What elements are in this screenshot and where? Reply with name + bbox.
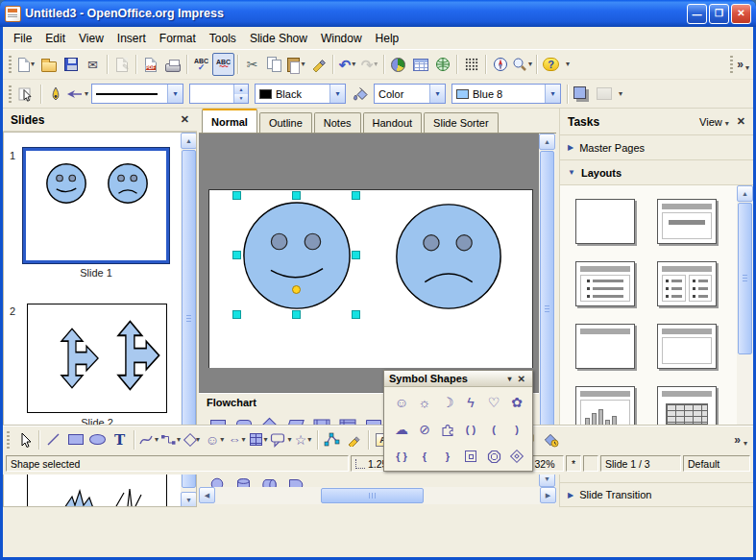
symbol-shapes-titlebar[interactable]: Symbol Shapes ▾ ✕ [384,371,532,387]
undo-button[interactable]: ↶▾ [336,53,358,76]
auto-spellcheck-button[interactable]: ABC~~ [212,53,234,76]
new-document-button[interactable]: ▾ [15,53,37,76]
scroll-up-icon[interactable]: ▲ [737,185,753,202]
scroll-up-icon[interactable]: ▲ [539,134,555,150]
resize-handle[interactable] [352,191,360,200]
layout-title-two-content[interactable] [657,261,717,306]
insert-table-button[interactable] [409,53,431,76]
slides-panel-close-icon[interactable]: ✕ [181,113,189,126]
dropdown-arrow-icon[interactable]: ▾ [745,64,749,72]
redo-button[interactable]: ↷▾ [358,53,380,76]
diamond-bevel-icon[interactable] [510,450,524,463]
layouts-scrollbar[interactable]: ▲ ▼ [737,185,753,458]
combo-arrow-icon[interactable]: ▾ [329,85,345,103]
toolbar-drag-handle[interactable] [8,85,12,104]
dropdown-arrow-icon[interactable]: ▾ [307,436,311,444]
zoom-button[interactable]: ▾ [511,53,533,76]
menu-format[interactable]: Format [153,29,203,48]
dropdown-arrow-icon[interactable]: ▾ [241,436,245,444]
print-button[interactable] [161,53,183,76]
resize-handle[interactable] [292,310,301,319]
dropdown-arrow-icon[interactable]: ▾ [177,436,181,444]
right-bracket-icon[interactable]: ) [515,425,519,435]
tab-notes[interactable]: Notes [314,112,361,133]
stars-button[interactable]: ☆▾ [292,428,314,451]
cloud-icon[interactable]: ☁ [395,423,408,436]
menu-tools[interactable]: Tools [203,29,243,48]
select-button[interactable] [13,428,36,451]
menu-slide-show[interactable]: Slide Show [243,29,314,48]
layout-title-content[interactable] [657,199,717,244]
toolbar-options-icon[interactable]: ▾ [619,90,622,98]
email-document-button[interactable]: ✉ [82,53,104,76]
edit-points-button[interactable] [15,83,37,106]
line-tool-button[interactable] [42,428,64,451]
menu-file[interactable]: File [7,29,38,48]
fill-button[interactable] [349,83,371,106]
window-menu-icon[interactable]: ▾ [504,375,516,383]
connector-tool-button[interactable]: ▾ [159,428,182,451]
tasks-view-menu[interactable]: View ▾ [699,116,729,128]
tab-handout[interactable]: Handout [363,112,423,133]
spellcheck-button[interactable]: ABC✓ [190,53,212,76]
scroll-right-icon[interactable]: ▶ [540,487,556,503]
block-arrows-button[interactable]: ⇔▾ [226,428,248,451]
slide-thumbnail-2[interactable] [27,304,167,413]
scrollbar-thumb[interactable] [738,203,752,354]
toolbar-drag-handle[interactable] [8,55,12,74]
left-brace-icon[interactable]: { [423,451,427,462]
basic-shapes-button[interactable]: ▾ [182,428,204,451]
insert-chart-button[interactable] [387,53,409,76]
help-button[interactable]: ? [540,53,562,76]
tab-normal[interactable]: Normal [202,109,257,133]
section-master-pages[interactable]: ▶ Master Pages [560,135,753,160]
hyperlink-button[interactable] [431,53,453,76]
slide-page[interactable] [208,189,533,368]
layout-title-only[interactable] [575,324,635,369]
resize-handle[interactable] [232,191,241,200]
line-button[interactable] [44,83,66,106]
dropdown-arrow-icon[interactable]: ▾ [263,436,267,444]
copy-button[interactable] [263,53,285,76]
layout-blank[interactable] [575,199,635,244]
menu-view[interactable]: View [72,29,110,48]
right-brace-icon[interactable]: } [446,451,450,462]
smiley-face-icon[interactable]: ☺ [395,396,408,409]
dropdown-arrow-icon[interactable]: ▾ [31,61,35,68]
dropdown-arrow-icon[interactable]: ▾ [220,436,224,444]
double-brace-icon[interactable]: { } [396,451,407,462]
layout-title-chart[interactable] [575,386,635,431]
symbol-shapes-button[interactable]: ☺▾ [204,428,226,451]
resize-handle[interactable] [352,251,360,259]
edit-file-button[interactable]: ✎ [110,53,133,76]
display-grid-button[interactable] [460,53,482,76]
workspace-horizontal-scrollbar[interactable]: ◀ ▶ [199,487,556,504]
menu-help[interactable]: Help [369,29,406,48]
smiley-face-shape[interactable] [241,200,353,311]
dropdown-arrow-icon[interactable]: ▾ [301,61,305,68]
dropdown-arrow-icon[interactable]: ▾ [85,90,88,98]
export-pdf-button[interactable]: PDF [139,53,161,76]
symbol-shapes-close-icon[interactable]: ✕ [516,374,527,384]
heart-icon[interactable]: ♡ [488,396,500,409]
combo-arrow-icon[interactable]: ▾ [545,85,560,103]
toolbar-options-icon[interactable]: ▾ [566,61,570,68]
menu-edit[interactable]: Edit [38,29,72,48]
navigator-button[interactable] [489,53,511,76]
arrow-style-button[interactable]: ▾ [66,83,88,106]
fill-style-combo[interactable]: Color ▾ [374,84,446,104]
slide-thumbnail-1[interactable] [23,148,169,263]
fill-color-combo[interactable]: Blue 8 ▾ [451,84,561,104]
lightning-bolt-icon[interactable]: ϟ [467,396,474,409]
scroll-up-icon[interactable]: ▲ [181,133,197,149]
scrollbar-thumb[interactable] [321,488,424,503]
tab-slide-sorter[interactable]: Slide Sorter [424,112,498,133]
scroll-left-icon[interactable]: ◀ [199,487,215,503]
menu-window[interactable]: Window [314,29,369,48]
glue-points-button[interactable] [343,428,365,451]
spinner-buttons[interactable]: ▲▼ [233,85,248,103]
scrollbar-thumb[interactable] [540,151,554,468]
tasks-panel-close-icon[interactable]: ✕ [737,115,745,128]
close-button[interactable]: ✕ [731,4,751,24]
callouts-button[interactable]: ▾ [270,428,292,451]
